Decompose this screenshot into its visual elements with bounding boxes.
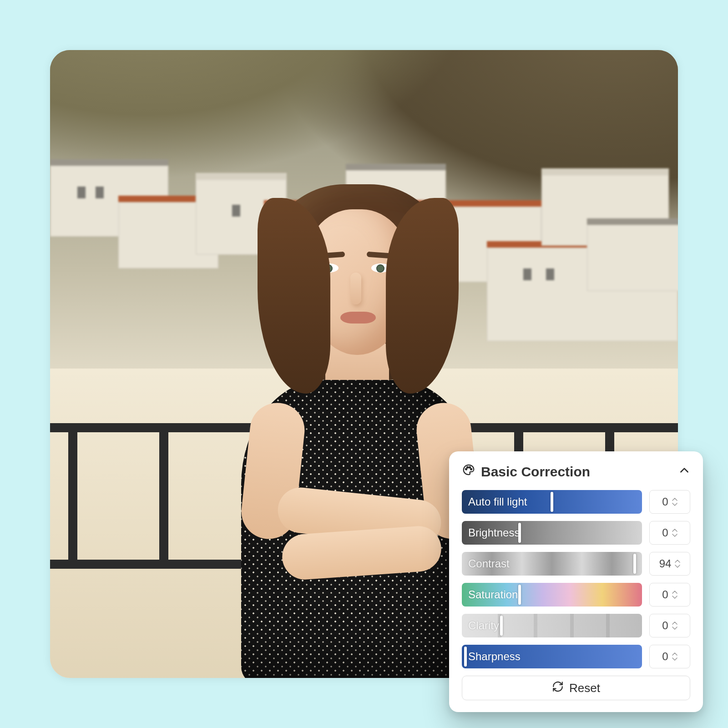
contrast-label: Contrast bbox=[468, 552, 510, 576]
clarity-thumb[interactable] bbox=[500, 616, 503, 636]
autofill-thumb[interactable] bbox=[551, 492, 553, 512]
satur-label: Saturation bbox=[468, 583, 518, 607]
reset-label: Reset bbox=[569, 681, 600, 695]
svg-point-3 bbox=[470, 469, 472, 470]
slider-row-contrast: Contrast94 bbox=[462, 552, 690, 576]
clarity-slider[interactable]: Clarity bbox=[462, 614, 642, 637]
contrast-thumb[interactable] bbox=[633, 554, 636, 574]
palette-icon bbox=[462, 463, 475, 480]
bright-thumb[interactable] bbox=[518, 523, 521, 543]
bright-value-box[interactable]: 0 bbox=[649, 521, 690, 545]
slider-row-satur: Saturation0 bbox=[462, 583, 690, 607]
autofill-slider[interactable]: Auto fill light bbox=[462, 490, 642, 514]
satur-value-box[interactable]: 0 bbox=[649, 583, 690, 607]
panel-title: Basic Correction bbox=[481, 464, 590, 480]
clarity-label: Clarity bbox=[468, 614, 499, 637]
sharp-value: 0 bbox=[662, 650, 668, 663]
bright-slider[interactable]: Brightness bbox=[462, 521, 642, 545]
slider-row-autofill: Auto fill light0 bbox=[462, 490, 690, 514]
bright-label: Brightness bbox=[468, 521, 520, 545]
slider-row-clarity: Clarity0 bbox=[462, 614, 690, 637]
svg-point-2 bbox=[469, 467, 470, 468]
satur-value: 0 bbox=[662, 588, 668, 601]
stepper-icon[interactable] bbox=[672, 529, 677, 537]
autofill-label: Auto fill light bbox=[468, 490, 527, 514]
sharp-value-box[interactable]: 0 bbox=[649, 645, 690, 668]
reset-button[interactable]: Reset bbox=[462, 676, 690, 700]
stepper-icon[interactable] bbox=[672, 498, 677, 506]
slider-row-bright: Brightness0 bbox=[462, 521, 690, 545]
sharp-slider[interactable]: Sharpness bbox=[462, 645, 642, 668]
clarity-value-box[interactable]: 0 bbox=[649, 614, 690, 637]
stepper-icon[interactable] bbox=[672, 652, 677, 661]
contrast-value: 94 bbox=[659, 557, 672, 570]
sharp-label: Sharpness bbox=[468, 645, 521, 668]
bright-value: 0 bbox=[662, 526, 668, 539]
satur-thumb[interactable] bbox=[518, 585, 521, 605]
sharp-thumb[interactable] bbox=[464, 647, 467, 667]
reset-icon bbox=[552, 681, 564, 696]
contrast-slider[interactable]: Contrast bbox=[462, 552, 642, 576]
autofill-value-box[interactable]: 0 bbox=[649, 490, 690, 514]
svg-point-1 bbox=[467, 467, 468, 468]
basic-correction-panel: Basic Correction Auto fill light0Brightn… bbox=[449, 451, 703, 712]
autofill-value: 0 bbox=[662, 495, 668, 508]
stepper-icon[interactable] bbox=[672, 622, 677, 630]
satur-slider[interactable]: Saturation bbox=[462, 583, 642, 607]
clarity-value: 0 bbox=[662, 619, 668, 632]
slider-row-sharp: Sharpness0 bbox=[462, 645, 690, 668]
svg-point-0 bbox=[465, 469, 467, 470]
stepper-icon[interactable] bbox=[672, 591, 677, 599]
contrast-value-box[interactable]: 94 bbox=[649, 552, 690, 576]
collapse-icon[interactable] bbox=[678, 464, 690, 480]
stepper-icon[interactable] bbox=[675, 560, 680, 568]
